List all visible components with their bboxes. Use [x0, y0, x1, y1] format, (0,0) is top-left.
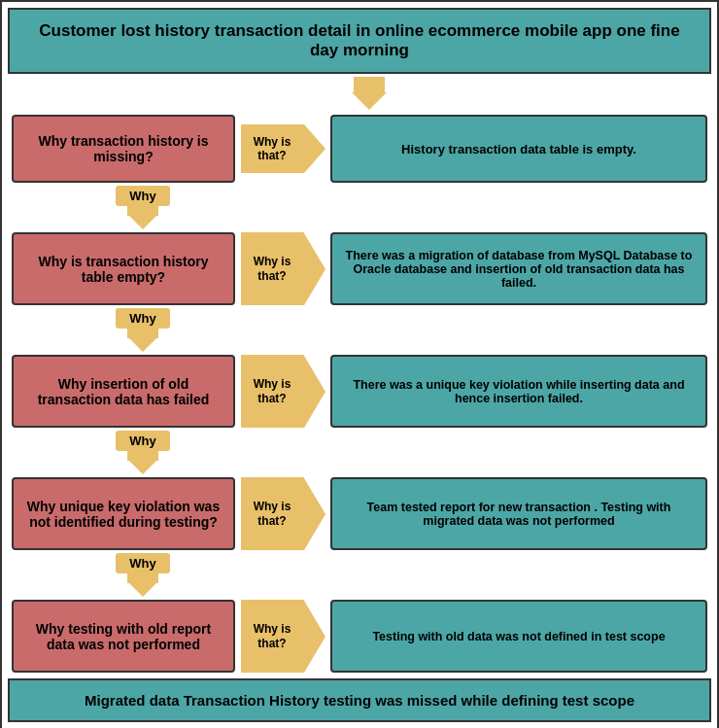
arrow-label-4: Why is that?	[254, 500, 291, 528]
row-1: Why transaction history is missing? Why …	[12, 115, 707, 183]
why-text-3: Why insertion of old transaction data ha…	[23, 376, 223, 407]
between-label-4: Why	[116, 553, 169, 573]
why-box-1: Why transaction history is missing?	[12, 115, 235, 183]
why-box-5: Why testing with old report data was not…	[12, 600, 235, 673]
header-box: Customer lost history transaction detail…	[8, 8, 711, 74]
reason-box-1: History transaction data table is empty.	[330, 115, 707, 183]
arrow-shaft-4: Why is that?	[241, 477, 304, 550]
why-text-2: Why is transaction history table empty?	[23, 254, 223, 285]
arrow-head-3	[304, 356, 325, 428]
between-4: Why	[12, 553, 707, 597]
arrow-label-3: Why is that?	[254, 377, 291, 405]
arrow-label-1: Why is that?	[254, 135, 291, 163]
between-center-1: Why	[31, 186, 255, 229]
row-3: Why insertion of old transaction data ha…	[12, 355, 707, 428]
between-1: Why	[12, 186, 707, 229]
between-label-2: Why	[116, 308, 169, 329]
row-4: Why unique key violation was not identif…	[12, 477, 707, 550]
footer-text: Migrated data Transaction History testin…	[85, 692, 634, 709]
arrow-label-2: Why is that?	[254, 255, 291, 283]
initial-arrow	[12, 77, 707, 110]
main-content: Why transaction history is missing? Why …	[2, 74, 717, 678]
arrow-head-4	[304, 478, 325, 550]
arrow-head-2	[304, 233, 325, 305]
between-3: Why	[12, 431, 707, 474]
why-text-4: Why unique key violation was not identif…	[23, 499, 223, 530]
arrow-shaft-2: Why is that?	[241, 232, 304, 305]
arrow-shaft-5: Why is that?	[241, 600, 304, 673]
footer-box: Migrated data Transaction History testin…	[8, 678, 711, 722]
reason-box-4: Team tested report for new transaction .…	[330, 477, 707, 550]
why-box-3: Why insertion of old transaction data ha…	[12, 355, 235, 428]
why-arrow-1: Why is that?	[239, 124, 326, 173]
reason-text-2: There was a migration of database from M…	[342, 249, 696, 290]
arrow-shaft-3: Why is that?	[241, 355, 304, 428]
reason-box-5: Testing with old data was not defined in…	[330, 600, 707, 673]
between-center-4: Why	[31, 553, 255, 597]
why-arrow-4: Why is that?	[239, 477, 326, 550]
why-text-5: Why testing with old report data was not…	[23, 621, 223, 652]
row-2: Why is transaction history table empty? …	[12, 232, 707, 305]
reason-text-3: There was a unique key violation while i…	[342, 378, 696, 405]
why-arrow-2: Why is that?	[239, 232, 326, 305]
why-arrow-3: Why is that?	[239, 355, 326, 428]
reason-text-4: Team tested report for new transaction .…	[342, 501, 696, 528]
reason-text-1: History transaction data table is empty.	[401, 142, 636, 156]
between-label-1: Why	[116, 186, 169, 206]
arrow-shaft-1: Why is that?	[241, 124, 304, 173]
arrow-head-5	[304, 601, 325, 673]
row-5: Why testing with old report data was not…	[12, 600, 707, 673]
why-box-4: Why unique key violation was not identif…	[12, 477, 235, 550]
between-center-2: Why	[31, 308, 255, 352]
header-text: Customer lost history transaction detail…	[39, 21, 679, 59]
reason-box-2: There was a migration of database from M…	[330, 232, 707, 305]
arrow-head-1	[304, 124, 325, 173]
between-2: Why	[12, 308, 707, 352]
why-text-1: Why transaction history is missing?	[23, 133, 223, 164]
why-arrow-5: Why is that?	[239, 600, 326, 673]
reason-text-5: Testing with old data was not defined in…	[372, 630, 665, 643]
between-label-3: Why	[116, 431, 169, 451]
between-center-3: Why	[31, 431, 255, 474]
diagram-container: Customer lost history transaction detail…	[0, 0, 719, 728]
reason-box-3: There was a unique key violation while i…	[330, 355, 707, 428]
arrow-label-5: Why is that?	[254, 622, 291, 650]
why-box-2: Why is transaction history table empty?	[12, 232, 235, 305]
